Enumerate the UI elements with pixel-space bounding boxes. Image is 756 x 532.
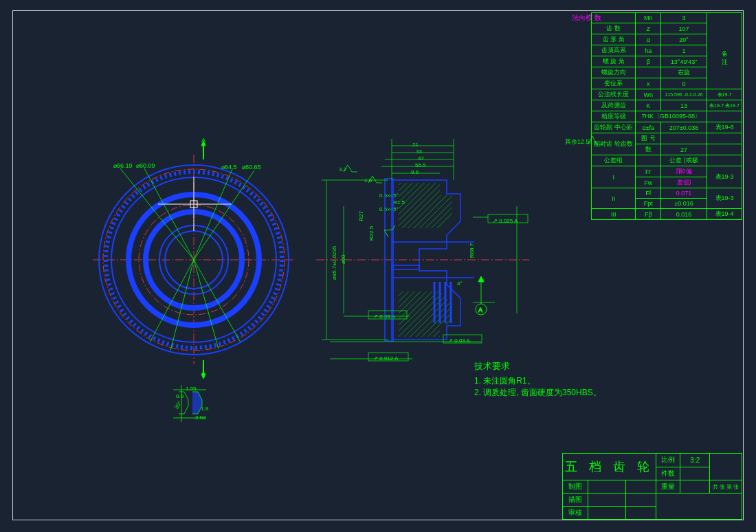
parameter-table: Mn 3 备 注 齿 数Z107 齿 形 角α20° 齿顶高系ha1 螺 旋 角… — [591, 12, 742, 220]
dim-w5: 9.6 — [411, 169, 419, 175]
section-mark-bottom: A — [201, 370, 205, 377]
dim-a4: 4° — [457, 280, 463, 287]
front-dia-2: ⌀60.09 — [136, 162, 155, 169]
dim-w4: 55.5 — [415, 162, 426, 168]
dim-surf-16: 1.6 — [364, 177, 372, 184]
default-roughness: 其余12.5/ — [565, 137, 591, 146]
dim-r225: R22.5 — [368, 226, 375, 241]
dim-c2: 0.5×45° — [379, 206, 399, 212]
spl-h1: 0.9 — [176, 393, 184, 399]
front-dia-3: ⌀64.5 — [221, 164, 237, 170]
dim-w3: 47 — [418, 155, 424, 162]
title-block: 五 档 齿 轮 比例 3:2 件数 制图 重量 共 张 第 张 描图 审核 — [562, 453, 742, 520]
spl-h2: 1.8 — [201, 406, 208, 412]
technical-requirements: 技术要求 1. 未注圆角R1。 2. 调质处理, 齿面硬度为350HBS。 — [474, 360, 601, 399]
dim-c1: 0.5×45° — [379, 192, 399, 199]
section-mark-top: A — [201, 137, 205, 144]
dim-w1: 21 — [412, 142, 419, 148]
dim-surf-32: 3.2 — [339, 166, 346, 173]
dim-outer-dia: ⌀85.7±0.0235 — [331, 246, 337, 280]
spl-w2: 2.62 — [195, 414, 206, 421]
dim-mid-dia: ⌀60 — [340, 255, 346, 265]
spl-w1: 1.55 — [186, 386, 197, 392]
dim-w2: 33 — [416, 148, 422, 155]
gtol-3: ↗ 0.03 A — [448, 337, 470, 344]
gtol-1: ↗ 0.03 A — [373, 313, 395, 320]
front-dia-1: ⌀56.19 — [113, 162, 133, 169]
gtol-2: ↗ 0.025 A — [493, 218, 518, 224]
front-dia-4: ⌀80.65 — [242, 164, 261, 170]
dim-r15: R1.5 — [393, 199, 405, 206]
gtol-4: ↗ 0.012 A — [373, 355, 398, 362]
dim-r687: R68.7 — [469, 243, 475, 258]
dim-r27: R27 — [358, 211, 364, 221]
